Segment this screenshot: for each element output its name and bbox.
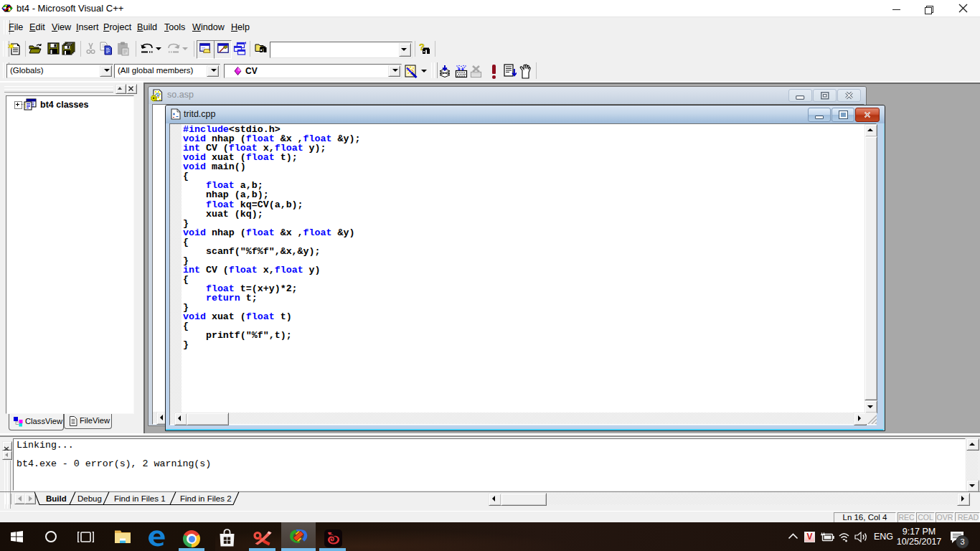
svg-text:Debug: Debug: [77, 494, 102, 503]
svg-text:Find in Files 1: Find in Files 1: [114, 494, 166, 503]
svg-text:Build: Build: [46, 494, 67, 503]
svg-text:Find in Files 2: Find in Files 2: [180, 494, 232, 503]
